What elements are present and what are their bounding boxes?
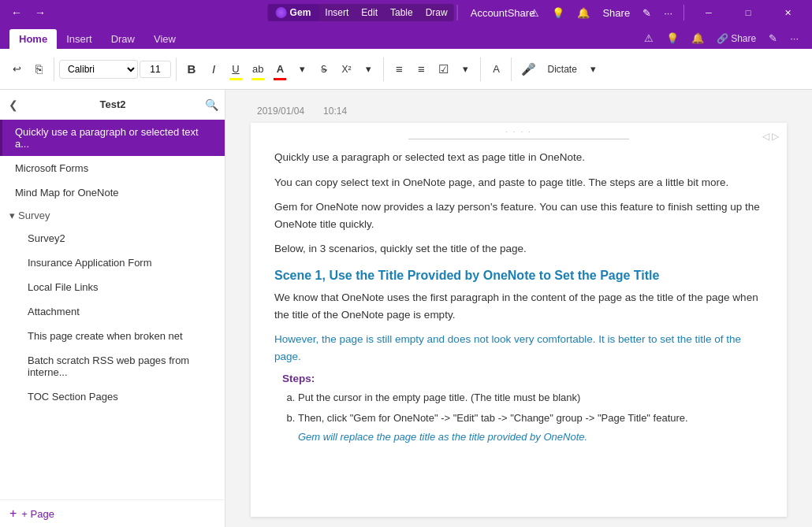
paragraph-5: We know that OneNote uses the first para… [274,289,763,323]
tab-view[interactable]: View [144,29,185,49]
sidebar-back-button[interactable]: ❮ [6,96,20,113]
page-time: 10:14 [323,106,347,117]
toolbar-sep-4 [480,58,481,81]
sidebar-item-attachment[interactable]: Attachment [0,299,225,324]
sidebar-header: ❮ Test2 🔍 [0,90,225,120]
close-button[interactable]: ✕ [769,0,806,25]
alert-ribbon-btn[interactable]: ⚠ [640,31,657,46]
more-ribbon-btn[interactable]: ··· [786,31,803,46]
dictate-dropdown[interactable]: ▾ [583,55,604,84]
dictate-button[interactable]: Dictate [542,55,581,84]
gem-note: Gem will replace the page title as the t… [298,431,763,443]
highlight-label: ab [252,63,263,75]
share-ribbon-btn[interactable]: 🔗 Share [713,32,760,46]
steps-label: Steps: [282,373,763,384]
microphone-button[interactable]: 🎤 [516,55,541,84]
notifications-button[interactable]: 🔔 [572,5,594,21]
sidebar-title: Test2 [25,98,200,110]
more-button[interactable]: ··· [659,5,677,21]
pen-ribbon-btn[interactable]: ✎ [765,31,781,46]
font-family-select[interactable]: Calibri [59,60,138,79]
ribbon-tabs: Home Insert Draw View ⚠ 💡 🔔 🔗 Share ✎ ··… [0,25,812,49]
paragraph-1: Quickly use a paragraph or selected text… [274,149,763,166]
paragraph-3: Gem for OneNote now provides a lazy pers… [274,199,763,232]
lightbulb-ribbon-btn[interactable]: 💡 [662,31,683,46]
edit-button[interactable]: ✎ [638,5,656,21]
checkbox-button[interactable]: ☑ [433,55,453,84]
strikethrough-button[interactable]: S̶ [314,55,334,84]
sidebar-item-toc[interactable]: TOC Section Pages [0,384,225,409]
back-button[interactable]: ← [6,5,27,20]
tab-insert[interactable]: Insert [57,29,102,49]
sidebar-item-rss[interactable]: Batch scratch RSS web pages from interne… [0,348,225,384]
add-page-button[interactable]: + + Page [0,499,225,527]
font-color-indicator [274,78,286,80]
tab-home[interactable]: Home [9,29,57,49]
toolbar-sep-1 [54,58,54,81]
add-page-label: + Page [21,508,54,520]
clear-format-button[interactable]: A [486,55,506,84]
share-button[interactable]: Share [598,5,635,21]
sidebar-item-p3[interactable]: Mind Map for OneNote [0,180,225,205]
menu-draw-button[interactable]: Draw [419,4,454,21]
underline-color [229,78,242,80]
subscript-button[interactable]: X² [336,55,356,84]
underline-button[interactable]: U [225,55,246,84]
gem-menu-group: Gem Insert Edit Table Draw [268,4,454,21]
font-color-button[interactable]: A [270,55,290,84]
sidebar-item-p5[interactable]: Survey2 [0,226,225,251]
undo-button[interactable]: ↩ [6,55,27,84]
sidebar-item-insurance[interactable]: Insurance Application Form [0,251,225,275]
bell-ribbon-btn[interactable]: 🔔 [687,31,708,46]
gem-button[interactable]: Gem [268,4,319,21]
heading-1: Scene 1, Use the Title Provided by OneNo… [274,269,763,283]
toolbar-sep-5 [511,58,512,81]
minimize-button[interactable]: ─ [691,0,727,25]
title-bar-left: ← → [6,5,50,20]
menu-table-button[interactable]: Table [384,4,419,21]
italic-button[interactable]: I [203,55,224,84]
title-bar: ← → Gem Insert Edit Table Draw AccountSh… [0,0,812,25]
app-title: AccountShare [471,7,535,19]
paste-button[interactable]: ⎘ [28,55,49,84]
side-arrows: ◁ ▷ [762,131,779,142]
title-bar-right: ⚠ 💡 🔔 Share ✎ ··· ─ □ ✕ [525,0,806,25]
insights-button[interactable]: 💡 [547,5,569,21]
color-dropdown[interactable]: ▾ [292,55,312,84]
toolbar-sep-3 [383,58,384,81]
menu-insert-button[interactable]: Insert [318,4,355,21]
sidebar-section-survey[interactable]: ▾ Survey [0,205,225,226]
steps-list: Put the cursor in the empty page title. … [298,389,763,427]
forward-button[interactable]: → [30,5,50,20]
chevron-down-icon: ▾ [9,210,15,221]
maximize-button[interactable]: □ [730,0,766,25]
plus-icon: + [9,507,17,521]
sidebar-item-local-links[interactable]: Local File Links [0,275,225,299]
format-dropdown[interactable]: ▾ [358,55,378,84]
numbered-list-button[interactable]: ≡ [411,55,431,84]
font-size-input[interactable] [140,61,171,78]
page-container: · · · · ◁ ▷ Quickly use a paragraph or s… [251,123,787,517]
nav-buttons: ← → [6,5,50,20]
font-color-label: A [277,63,284,75]
list-dropdown[interactable]: ▾ [455,55,475,84]
sidebar-section-label: Survey [18,210,50,221]
menu-edit-button[interactable]: Edit [355,4,384,21]
ribbon-right-buttons: ⚠ 💡 🔔 🔗 Share ✎ ··· [640,31,803,49]
tab-draw[interactable]: Draw [102,29,144,49]
subheading-1: However, the page is still empty and doe… [274,331,763,365]
win-separator [683,5,684,20]
sidebar-pages: Quickly use a paragraph or selected text… [0,120,225,499]
sidebar-item-p2[interactable]: Microsoft Forms [0,156,225,180]
sidebar-item-broken-net[interactable]: This page create when broken net [0,324,225,348]
bullet-list-button[interactable]: ≡ [389,55,409,84]
sidebar-search-button[interactable]: 🔍 [205,98,218,111]
sidebar-item-p1[interactable]: Quickly use a paragraph or selected text… [0,120,225,156]
bold-button[interactable]: B [181,55,202,84]
underline-label: U [232,63,239,75]
highlight-button[interactable]: ab [248,55,268,84]
paragraph-2: You can copy select text in OneNote page… [274,174,763,191]
gem-icon [276,7,287,18]
title-bar-center: Gem Insert Edit Table Draw AccountShare [268,4,545,21]
sidebar: ❮ Test2 🔍 Quickly use a paragraph or sel… [0,90,225,527]
